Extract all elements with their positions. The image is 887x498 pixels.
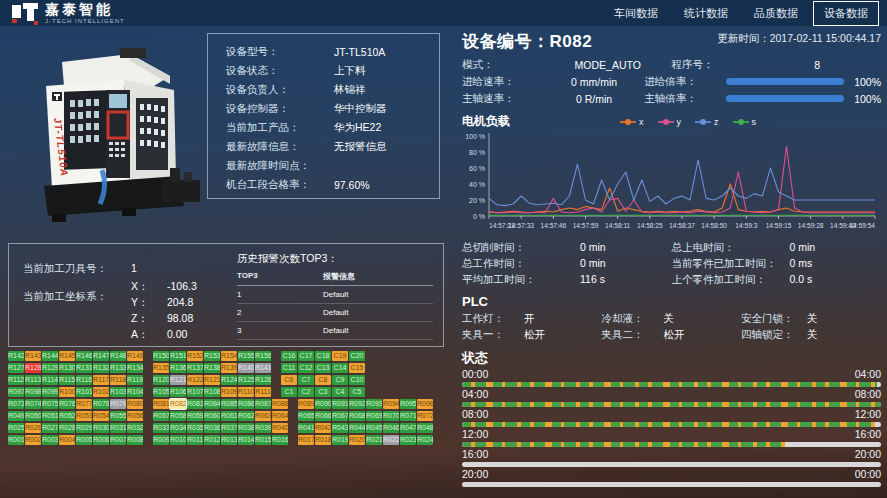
machine-cell-R155[interactable]: R155 (238, 351, 254, 361)
machine-cell-R126[interactable]: R126 (255, 375, 271, 385)
machine-cell-R007[interactable]: R007 (110, 435, 126, 445)
machine-cell-C13[interactable]: C13 (315, 363, 331, 373)
machine-cell-R081[interactable]: R081 (153, 399, 169, 409)
machine-cell-R035[interactable]: R035 (187, 423, 203, 433)
machine-cell-R138[interactable]: R138 (204, 363, 220, 373)
machine-cell-R033[interactable]: R033 (153, 423, 169, 433)
machine-cell-R114[interactable]: R114 (42, 375, 58, 385)
machine-cell-R021[interactable]: R021 (366, 435, 382, 445)
machine-cell-R031[interactable]: R031 (110, 423, 126, 433)
machine-cell-R094[interactable]: R094 (383, 399, 399, 409)
machine-cell-R099[interactable]: R099 (42, 387, 58, 397)
machine-cell-R042[interactable]: R042 (315, 423, 331, 433)
machine-cell-R063[interactable]: R063 (255, 411, 271, 421)
machine-cell-R153[interactable]: R153 (204, 351, 220, 361)
machine-cell-R144[interactable]: R144 (42, 351, 58, 361)
machine-cell-R057[interactable]: R057 (153, 411, 169, 421)
machine-cell-R006[interactable]: R006 (93, 435, 109, 445)
machine-cell-R132[interactable]: R132 (93, 363, 109, 373)
machine-cell-R012[interactable]: R012 (204, 435, 220, 445)
machine-cell-R105[interactable]: R105 (153, 387, 169, 397)
machine-cell-R040[interactable]: R040 (272, 423, 288, 433)
machine-cell-R072[interactable]: R072 (417, 411, 433, 421)
machine-cell-R008[interactable]: R008 (127, 435, 143, 445)
machine-cell-C9[interactable]: C9 (332, 375, 348, 385)
machine-cell-R102[interactable]: R102 (93, 387, 109, 397)
machine-cell-C7[interactable]: C7 (298, 375, 314, 385)
machine-cell-R025[interactable]: R025 (8, 423, 24, 433)
machine-cell-R058[interactable]: R058 (170, 411, 186, 421)
machine-cell-R133[interactable]: R133 (110, 363, 126, 373)
machine-cell-R024[interactable]: R024 (417, 435, 433, 445)
machine-cell-R110[interactable]: R110 (238, 387, 254, 397)
machine-cell-R101[interactable]: R101 (76, 387, 92, 397)
machine-cell-R041[interactable]: R041 (298, 423, 314, 433)
machine-cell-R113[interactable]: R113 (25, 375, 41, 385)
machine-cell-R122[interactable]: R122 (187, 375, 203, 385)
machine-cell-R146[interactable]: R146 (76, 351, 92, 361)
machine-cell-R131[interactable]: R131 (76, 363, 92, 373)
machine-cell-C8[interactable]: C8 (315, 375, 331, 385)
machine-cell-R119[interactable]: R119 (127, 375, 143, 385)
machine-cell-R044[interactable]: R044 (349, 423, 365, 433)
legend-item-z[interactable]: z (695, 117, 719, 127)
machine-cell-R108[interactable]: R108 (204, 387, 220, 397)
machine-cell-R052[interactable]: R052 (59, 411, 75, 421)
machine-cell-R098[interactable]: R098 (25, 387, 41, 397)
machine-cell-R010[interactable]: R010 (170, 435, 186, 445)
machine-cell-R047[interactable]: R047 (400, 423, 416, 433)
machine-cell-R083[interactable]: R083 (187, 399, 203, 409)
nav-item-统计数据[interactable]: 统计数据 (673, 1, 739, 26)
machine-cell-R022[interactable]: R022 (383, 435, 399, 445)
machine-cell-R117[interactable]: R117 (93, 375, 109, 385)
machine-cell-R017[interactable]: R017 (298, 435, 314, 445)
machine-cell-R009[interactable]: R009 (153, 435, 169, 445)
machine-cell-R086[interactable]: R086 (238, 399, 254, 409)
machine-cell-R091[interactable]: R091 (332, 399, 348, 409)
machine-cell-R071[interactable]: R071 (400, 411, 416, 421)
machine-cell-R050[interactable]: R050 (25, 411, 41, 421)
machine-cell-R127[interactable]: R127 (8, 363, 24, 373)
machine-cell-R096[interactable]: R096 (417, 399, 433, 409)
nav-item-车间数据[interactable]: 车间数据 (603, 1, 669, 26)
machine-cell-R026[interactable]: R026 (25, 423, 41, 433)
machine-cell-R056[interactable]: R056 (127, 411, 143, 421)
machine-cell-R048[interactable]: R048 (417, 423, 433, 433)
machine-cell-C11[interactable]: C11 (281, 363, 297, 373)
machine-cell-R059[interactable]: R059 (187, 411, 203, 421)
machine-cell-R062[interactable]: R062 (238, 411, 254, 421)
machine-cell-R123[interactable]: R123 (204, 375, 220, 385)
machine-cell-R045[interactable]: R045 (366, 423, 382, 433)
machine-cell-R103[interactable]: R103 (110, 387, 126, 397)
machine-cell-R034[interactable]: R034 (170, 423, 186, 433)
machine-cell-R090[interactable]: R090 (315, 399, 331, 409)
machine-cell-R019[interactable]: R019 (332, 435, 348, 445)
machine-cell-C15[interactable]: C15 (349, 363, 365, 373)
machine-cell-R084[interactable]: R084 (204, 399, 220, 409)
machine-cell-C18[interactable]: C18 (315, 351, 331, 361)
machine-cell-R013[interactable]: R013 (221, 435, 237, 445)
nav-item-品质数据[interactable]: 品质数据 (743, 1, 809, 26)
machine-cell-R121[interactable]: R121 (170, 375, 186, 385)
machine-cell-R080[interactable]: R080 (127, 399, 143, 409)
machine-cell-R115[interactable]: R115 (59, 375, 75, 385)
machine-cell-R120[interactable]: R120 (153, 375, 169, 385)
machine-cell-R089[interactable]: R089 (298, 399, 314, 409)
machine-cell-R075[interactable]: R075 (42, 399, 58, 409)
legend-item-y[interactable]: y (658, 117, 682, 127)
machine-cell-R073[interactable]: R073 (8, 399, 24, 409)
machine-cell-C2[interactable]: C2 (298, 387, 314, 397)
machine-cell-R087[interactable]: R087 (255, 399, 271, 409)
machine-cell-R001[interactable]: R001 (8, 435, 24, 445)
machine-cell-C6[interactable]: C6 (281, 375, 297, 385)
machine-cell-R109[interactable]: R109 (221, 387, 237, 397)
machine-cell-R104[interactable]: R104 (127, 387, 143, 397)
machine-cell-R135[interactable]: R135 (153, 363, 169, 373)
machine-cell-R118[interactable]: R118 (110, 375, 126, 385)
machine-cell-R011[interactable]: R011 (187, 435, 203, 445)
machine-cell-R060[interactable]: R060 (204, 411, 220, 421)
machine-cell-R037[interactable]: R037 (221, 423, 237, 433)
machine-cell-R111[interactable]: R111 (255, 387, 271, 397)
machine-cell-R068[interactable]: R068 (349, 411, 365, 421)
machine-cell-C16[interactable]: C16 (281, 351, 297, 361)
